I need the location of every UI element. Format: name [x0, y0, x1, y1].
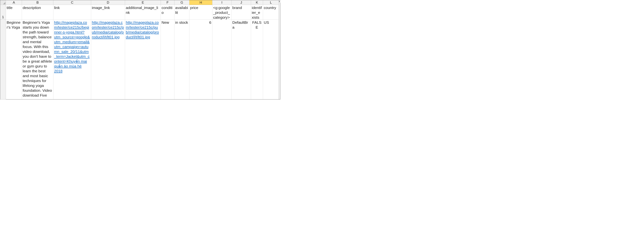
cell-1-G[interactable]: availabilit	[174, 5, 190, 20]
column-header-J[interactable]: J	[232, 0, 251, 5]
column-header-F[interactable]: F	[161, 0, 174, 5]
column-header-C[interactable]: C	[53, 0, 91, 5]
cell-text: price	[190, 6, 198, 10]
vertical-scrollbar[interactable]	[278, 0, 280, 99]
cell-text: availabilit	[175, 6, 188, 15]
select-all-corner[interactable]	[0, 0, 6, 5]
cell-text: title	[7, 6, 12, 10]
cell-2-J[interactable]: DefaultBra	[232, 20, 251, 99]
cell-text: 6	[209, 20, 211, 25]
cell-text: <g:google_product_category>	[213, 6, 230, 20]
cell-2-C[interactable]: http://mageplaza.com/tester/ce215c/begin…	[53, 20, 91, 99]
cell-text: description	[23, 6, 41, 10]
column-header-E[interactable]: E	[125, 0, 161, 5]
cell-1-D[interactable]: image_link	[91, 5, 125, 20]
spreadsheet: ABCDEFGHIJKL 1 titledescriptionlinkimage…	[0, 0, 280, 99]
cell-text: Beginner's Yoga starts you down the path…	[23, 20, 52, 97]
cell-text: conditio	[162, 6, 172, 15]
cell-text: country	[264, 6, 276, 10]
cell-text: identifier_exists	[252, 6, 262, 20]
row-number: 1	[2, 15, 4, 19]
cell-2-B[interactable]: Beginner's Yoga starts you down the path…	[22, 20, 53, 99]
table-row: titledescriptionlinkimage_linkadditional…	[6, 5, 278, 20]
cell-2-F[interactable]: New	[161, 20, 174, 99]
column-header-D[interactable]: D	[91, 0, 125, 5]
cell-2-A[interactable]: Beginner's Yoga	[6, 20, 22, 99]
cell-1-E[interactable]: additional_image_link	[125, 5, 161, 20]
column-header-K[interactable]: K	[251, 0, 263, 5]
cell-2-H[interactable]: 6	[190, 20, 212, 99]
cell-1-B[interactable]: description	[22, 5, 53, 20]
cell-text: link	[54, 6, 60, 10]
column-header-B[interactable]: B	[22, 0, 53, 5]
column-header-I[interactable]: I	[212, 0, 232, 5]
cell-text: brand	[232, 6, 242, 10]
cell-2-D[interactable]: http://mageplaza.com/tester/ce215c/pub/m…	[91, 20, 125, 99]
row-headers: 1	[0, 5, 6, 99]
cell-1-C[interactable]: link	[53, 5, 91, 20]
cell-text: DefaultBra	[232, 20, 248, 29]
grid: titledescriptionlinkimage_linkadditional…	[6, 5, 278, 99]
row-header-2[interactable]	[0, 20, 6, 99]
column-headers: ABCDEFGHIJKL	[6, 0, 278, 5]
cell-1-I[interactable]: <g:google_product_category>	[212, 5, 232, 20]
column-header-H[interactable]: H	[190, 0, 212, 5]
cell-1-J[interactable]: brand	[232, 5, 251, 20]
cell-2-G[interactable]: in stock	[174, 20, 190, 99]
cell-2-E[interactable]: http://mageplaza.com/tester/ce215c/pub/m…	[125, 20, 161, 99]
column-header-G[interactable]: G	[174, 0, 190, 5]
cell-text: additional_image_link	[126, 6, 158, 15]
cell-text: New	[162, 20, 169, 25]
scroll-up-button[interactable]	[279, 0, 280, 3]
table-row: Beginner's YogaBeginner's Yoga starts yo…	[6, 20, 278, 99]
hyperlink[interactable]: http://mageplaza.com/tester/ce215c/pub/m…	[126, 20, 159, 39]
cell-text: in stock	[175, 20, 188, 25]
cell-1-K[interactable]: identifier_exists	[251, 5, 263, 20]
cell-1-A[interactable]: title	[6, 5, 22, 20]
cell-2-L[interactable]: US	[263, 20, 278, 99]
cell-2-K[interactable]: FALSE	[251, 20, 263, 99]
cell-text: FALSE	[252, 20, 262, 29]
column-header-A[interactable]: A	[6, 0, 22, 5]
cell-1-H[interactable]: price	[190, 5, 212, 20]
hyperlink[interactable]: http://mageplaza.com/tester/ce215c/begin…	[54, 20, 90, 73]
cell-1-L[interactable]: country	[263, 5, 278, 20]
column-header-L[interactable]: L	[263, 0, 279, 5]
cell-text: Beginner's Yoga	[7, 20, 20, 29]
row-header-1[interactable]: 1	[0, 5, 6, 20]
cell-2-I[interactable]	[212, 20, 232, 99]
hyperlink[interactable]: http://mageplaza.com/tester/ce215c/pub/m…	[92, 20, 124, 39]
cell-1-F[interactable]: conditio	[161, 5, 174, 20]
cell-text: image_link	[92, 6, 110, 10]
cell-text: US	[264, 20, 269, 25]
